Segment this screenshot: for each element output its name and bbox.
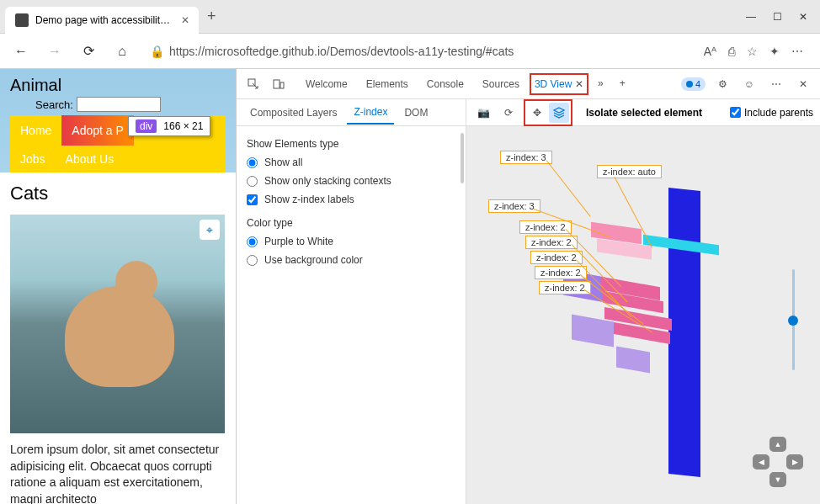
devtools-sidebar: Composited Layers Z-index DOM Show Eleme… bbox=[237, 99, 466, 504]
tab-elements[interactable]: Elements bbox=[358, 73, 417, 95]
lock-icon: 🔒 bbox=[150, 45, 164, 58]
devtools-menu-icon[interactable]: ⋯ bbox=[766, 74, 786, 94]
isolate-label: Isolate selected element bbox=[586, 107, 702, 119]
minimize-icon[interactable]: — bbox=[746, 11, 756, 23]
z-label: z-index: 2 bbox=[530, 251, 583, 264]
close-window-icon[interactable]: ✕ bbox=[799, 11, 807, 23]
tab-welcome[interactable]: Welcome bbox=[297, 73, 356, 95]
close-tab-icon[interactable]: ✕ bbox=[181, 14, 189, 26]
subtab-zindex[interactable]: Z-index bbox=[347, 101, 394, 125]
radio-purple-white[interactable] bbox=[247, 236, 258, 247]
menu-icon[interactable]: ⋯ bbox=[791, 45, 803, 58]
opt-show-only[interactable]: Show only stacking contexts bbox=[247, 175, 455, 187]
window-titlebar: Demo page with accessibility iss ✕ + — ☐… bbox=[0, 0, 820, 34]
devtools-header: Welcome Elements Console Sources 3D View… bbox=[237, 69, 820, 99]
3d-block-blue[interactable] bbox=[668, 188, 700, 477]
toolbar: ← → ⟳ ⌂ 🔒 https://microsoftedge.github.i… bbox=[0, 34, 820, 69]
feedback-icon[interactable]: ☺ bbox=[739, 74, 759, 94]
subtabs: Composited Layers Z-index DOM bbox=[237, 99, 466, 126]
include-parents[interactable]: Include parents bbox=[730, 107, 813, 119]
opt-purple-white[interactable]: Purple to White bbox=[247, 236, 455, 247]
reset-view-icon[interactable]: ⟳ bbox=[498, 103, 519, 123]
nav-about[interactable]: About Us bbox=[56, 146, 125, 172]
settings-icon[interactable]: ⚙ bbox=[712, 74, 732, 94]
3d-viewport[interactable]: z-index: 3 z-index: auto z-index: 3 z-in… bbox=[466, 126, 820, 504]
site-title: Animal bbox=[10, 76, 226, 95]
search-input[interactable] bbox=[77, 97, 161, 112]
svg-rect-2 bbox=[280, 82, 284, 88]
check-show-labels[interactable] bbox=[247, 194, 258, 205]
devtools-close-icon[interactable]: ✕ bbox=[793, 74, 813, 94]
show-elements-title: Show Elements type bbox=[247, 138, 455, 150]
nav-adopt[interactable]: Adopt a P bbox=[61, 115, 134, 146]
devtools-main: 📷 ⟳ ✥ Isolate selected element Include p… bbox=[466, 99, 820, 504]
cat-image: ⌖ bbox=[10, 215, 225, 433]
screenshot-icon[interactable]: 📷 bbox=[473, 103, 493, 123]
subtab-dom[interactable]: DOM bbox=[397, 102, 434, 124]
window-controls: — ☐ ✕ bbox=[746, 11, 820, 23]
page-heading: Cats bbox=[10, 183, 226, 204]
radio-show-only[interactable] bbox=[247, 176, 258, 187]
body-text: Lorem ipsum dolor, sit amet consectetur … bbox=[10, 442, 226, 504]
z-label: z-index: auto bbox=[597, 165, 662, 178]
reading-mode-icon[interactable]: Aᴬ bbox=[704, 45, 716, 58]
inspect-icon[interactable] bbox=[243, 74, 264, 94]
maximize-icon[interactable]: ☐ bbox=[773, 11, 782, 23]
3d-toolbar: 📷 ⟳ ✥ Isolate selected element Include p… bbox=[466, 99, 820, 126]
page-content: Animal Search: Home Adopt a P Jobs About… bbox=[0, 69, 236, 504]
page-header: Animal Search: Home Adopt a P Jobs About… bbox=[0, 69, 236, 172]
copilot-icon[interactable]: ✦ bbox=[769, 45, 780, 58]
highlighted-controls: ✥ bbox=[524, 99, 572, 126]
dpad-up[interactable]: ▲ bbox=[769, 437, 786, 452]
visual-search-icon[interactable]: ⌖ bbox=[200, 220, 220, 240]
tooltip-tag: div bbox=[136, 119, 157, 133]
translate-icon[interactable]: ⎙ bbox=[728, 45, 735, 58]
tooltip-dims: 166 × 21 bbox=[163, 120, 203, 132]
sub-nav: Jobs About Us bbox=[10, 146, 226, 172]
zoom-slider[interactable] bbox=[792, 269, 795, 370]
radio-show-all[interactable] bbox=[247, 157, 258, 168]
issue-dot-icon bbox=[686, 81, 693, 88]
check-include-parents[interactable] bbox=[730, 107, 741, 118]
devtools-panel: Welcome Elements Console Sources 3D View… bbox=[236, 69, 820, 504]
more-tabs-icon[interactable]: » bbox=[590, 73, 610, 93]
opt-show-labels[interactable]: Show z-index labels bbox=[247, 194, 455, 205]
issues-count: 4 bbox=[695, 79, 700, 89]
nav-home[interactable]: Home bbox=[10, 115, 61, 146]
3d-block-purple[interactable] bbox=[616, 346, 650, 373]
refresh-button[interactable]: ⟳ bbox=[76, 39, 101, 64]
favicon bbox=[15, 13, 29, 27]
zoom-slider-thumb[interactable] bbox=[788, 316, 798, 326]
z-label: z-index: 2 bbox=[539, 281, 591, 294]
new-tab-button[interactable]: + bbox=[207, 8, 216, 25]
tab-3d-view[interactable]: 3D View bbox=[535, 78, 572, 90]
favorites-icon[interactable]: ☆ bbox=[747, 45, 758, 58]
nav-jobs[interactable]: Jobs bbox=[10, 146, 56, 172]
z-label: z-index: 2 bbox=[535, 266, 587, 279]
add-tab-icon[interactable]: + bbox=[612, 73, 632, 93]
subtab-composited[interactable]: Composited Layers bbox=[243, 102, 343, 124]
close-tab-3d-icon[interactable]: ✕ bbox=[575, 78, 583, 90]
z-label: z-index: 2 bbox=[525, 236, 578, 249]
scrollbar[interactable] bbox=[461, 133, 464, 183]
forward-button[interactable]: → bbox=[42, 39, 67, 64]
pan-icon[interactable]: ✥ bbox=[527, 103, 547, 123]
opt-bg-color[interactable]: Use background color bbox=[247, 254, 455, 266]
element-tooltip: div 166 × 21 bbox=[128, 116, 210, 136]
address-bar[interactable]: 🔒 https://microsoftedge.github.io/Demos/… bbox=[143, 41, 564, 61]
tab-console[interactable]: Console bbox=[418, 73, 472, 95]
opt-show-all[interactable]: Show all bbox=[247, 157, 455, 168]
browser-tab[interactable]: Demo page with accessibility iss ✕ bbox=[5, 7, 199, 34]
home-button[interactable]: ⌂ bbox=[109, 39, 135, 64]
layers-icon[interactable] bbox=[549, 103, 569, 123]
device-icon[interactable] bbox=[269, 74, 289, 94]
dpad-right[interactable]: ▶ bbox=[786, 454, 803, 470]
dpad: ▲ ▼ ◀ ▶ bbox=[753, 437, 803, 487]
radio-bg-color[interactable] bbox=[247, 255, 258, 266]
z-label: z-index: 3 bbox=[500, 151, 552, 164]
dpad-down[interactable]: ▼ bbox=[769, 472, 786, 487]
dpad-left[interactable]: ◀ bbox=[753, 454, 769, 470]
issues-badge[interactable]: 4 bbox=[681, 77, 706, 91]
tab-sources[interactable]: Sources bbox=[474, 73, 528, 95]
back-button[interactable]: ← bbox=[8, 39, 34, 64]
